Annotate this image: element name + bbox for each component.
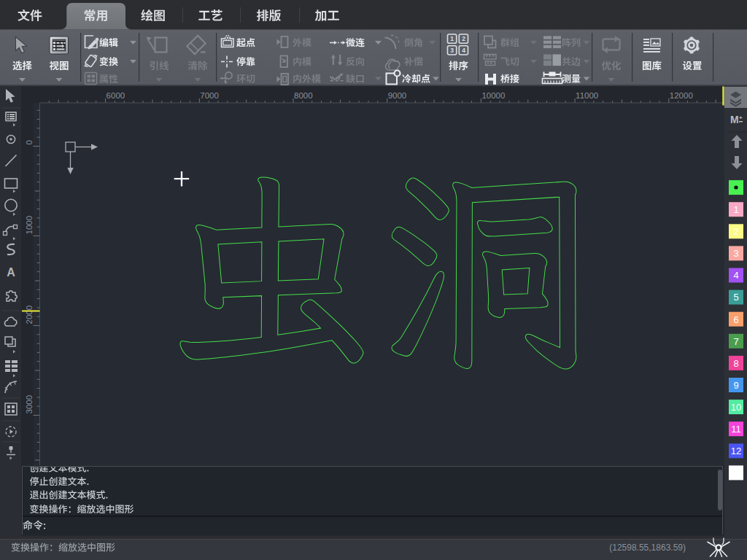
svg-text:3000: 3000	[25, 395, 34, 414]
svg-text:11: 11	[731, 424, 741, 435]
svg-text:10000: 10000	[481, 91, 505, 100]
svg-text:4: 4	[733, 270, 738, 281]
svg-text:A: A	[7, 266, 15, 279]
svg-text:7: 7	[733, 336, 738, 347]
svg-text:1000: 1000	[25, 216, 34, 235]
svg-text:2: 2	[733, 226, 738, 237]
svg-text:1: 1	[733, 204, 738, 215]
svg-text:M: M	[730, 114, 739, 125]
svg-text:10: 10	[731, 402, 741, 413]
svg-text:(12598.55,1863.59): (12598.55,1863.59)	[609, 542, 686, 553]
svg-text:+: +	[739, 114, 743, 121]
svg-text:3: 3	[450, 47, 454, 54]
svg-text:4: 4	[462, 47, 465, 54]
svg-text:6: 6	[733, 314, 738, 325]
svg-text:0: 0	[25, 140, 34, 144]
svg-text:3: 3	[733, 248, 738, 259]
svg-text:6000: 6000	[107, 91, 125, 100]
svg-text:12000: 12000	[670, 91, 693, 100]
svg-text:2: 2	[462, 35, 465, 42]
svg-text:7000: 7000	[200, 91, 219, 100]
svg-text:5: 5	[733, 292, 738, 303]
svg-text:8000: 8000	[294, 91, 313, 100]
svg-text:8: 8	[733, 358, 738, 369]
svg-text:9000: 9000	[388, 91, 407, 100]
svg-text:1: 1	[450, 35, 454, 42]
svg-text:11000: 11000	[576, 91, 598, 100]
svg-text:9: 9	[733, 380, 738, 391]
svg-text:12: 12	[731, 446, 741, 456]
svg-text:2000: 2000	[25, 306, 34, 324]
